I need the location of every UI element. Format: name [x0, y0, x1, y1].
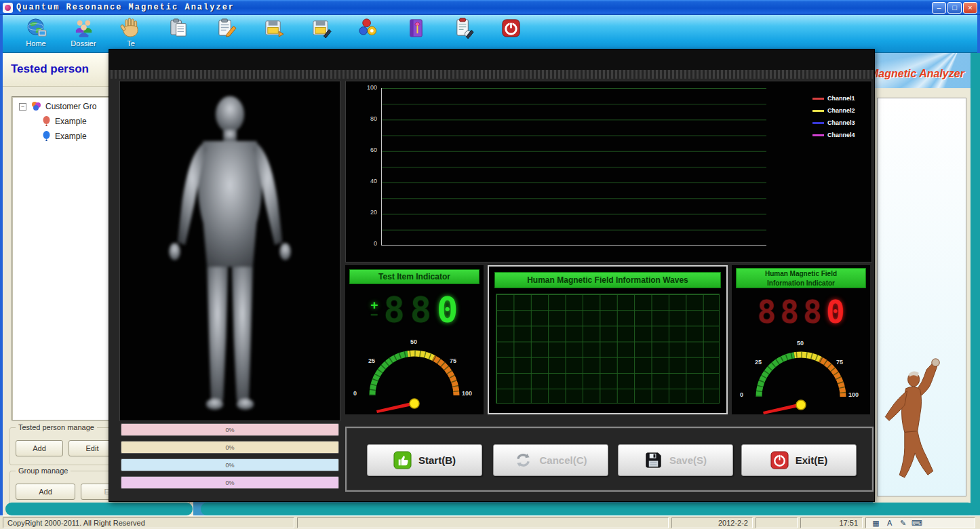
save-disk-pen-icon: [310, 18, 332, 39]
toolbar-item-edit[interactable]: [202, 18, 250, 52]
toolbar-item-report[interactable]: [439, 18, 487, 52]
channel4-swatch: [812, 134, 824, 136]
anatomy-figure: [879, 357, 952, 493]
balloon-cluster-icon: [31, 101, 41, 112]
save-button[interactable]: Save(S): [618, 444, 733, 476]
clipboard-edit-icon: [215, 18, 237, 39]
progress-value: 0%: [225, 479, 234, 486]
progress-value: 0%: [225, 462, 234, 469]
gauge-label: 50: [410, 338, 417, 345]
toolbar-item-copy[interactable]: [155, 18, 202, 52]
toolbar-label: Dossier: [60, 39, 107, 47]
toolbar-item-save[interactable]: [250, 18, 297, 52]
copyright-text: CopyRight 2000-2011. All Right Reserved: [3, 517, 294, 528]
page-title: Tested person: [11, 62, 89, 76]
toolbar-item-settings[interactable]: [345, 18, 392, 52]
report-pen-icon: [452, 18, 475, 39]
legend-item-channel2: Channel2: [812, 107, 855, 114]
xray-body-panel: [119, 81, 340, 421]
hmf-title-line1: Human Magnetic Field: [737, 269, 865, 279]
y-tick: 40: [350, 178, 377, 184]
close-button[interactable]: ×: [963, 2, 977, 14]
hmf-title-line2: Information Indicator: [737, 279, 865, 288]
title-bar: Quantum Resonance Magnetic Analyzer – □ …: [0, 0, 980, 15]
right-panel: [873, 88, 971, 503]
measurement-dialog: 100 80 60 40 20 0 Channel1 Channel2 Chan…: [109, 49, 875, 502]
sign-minus: −: [371, 310, 378, 319]
group-manage-label: Group manage: [16, 467, 71, 475]
dossier-people-icon: [73, 18, 95, 39]
tree-expand-icon[interactable]: −: [19, 103, 26, 111]
tree-item-label: Example: [55, 132, 87, 141]
chart-plot-area: [381, 88, 766, 246]
tree-root-label: Customer Gro: [45, 102, 96, 111]
person-manage-label: Tested person manage: [16, 423, 97, 431]
hmf-indicator-panel: Human Magnetic Field Information Indicat…: [732, 265, 870, 414]
toolbar-label: Home: [12, 39, 60, 47]
exit-button-label: Exit(E): [796, 454, 828, 466]
y-tick: 20: [350, 209, 377, 216]
seg-digit: 8: [383, 290, 404, 330]
exit-power-icon: [500, 18, 522, 39]
lang-pen-icon[interactable]: ✎: [897, 519, 909, 528]
help-book-icon: [405, 18, 427, 39]
progress-bar-3: 0%: [121, 458, 339, 471]
footer-bar-left: [5, 503, 193, 515]
test-gauge: 0 25 50 75 100: [347, 333, 482, 413]
group-add-button[interactable]: Add: [16, 484, 75, 500]
seg-digit: 0: [437, 290, 458, 330]
start-button[interactable]: Start(B): [367, 444, 482, 476]
y-tick: 0: [350, 240, 377, 247]
restore-button[interactable]: □: [947, 2, 962, 14]
toolbar-item-help[interactable]: [392, 18, 439, 52]
legend-item-channel3: Channel3: [812, 119, 855, 126]
toolbar-item-home[interactable]: Home: [12, 18, 60, 52]
minimize-button[interactable]: –: [932, 2, 946, 14]
status-date: 2012-2-2: [671, 517, 753, 528]
seg-digit: 8: [410, 290, 431, 330]
footer-bar-right: [201, 503, 974, 515]
waves-title: Human Magnetic Field Information Waves: [494, 272, 721, 288]
exit-button[interactable]: Exit(E): [741, 444, 857, 476]
right-inner-box: [877, 98, 966, 496]
seg-digit: 8: [758, 294, 777, 330]
test-indicator-panel: Test Item Indicator + − 8 8 0 0 25 50 75: [345, 265, 484, 414]
save-disk-icon: [262, 18, 285, 39]
legend-label: Channel1: [827, 95, 855, 102]
status-spacer2: [756, 517, 798, 528]
blue-balloon-icon: [42, 131, 51, 142]
legend-label: Channel3: [827, 119, 855, 126]
lang-grid-icon[interactable]: ▦: [870, 519, 882, 528]
channel3-swatch: [812, 122, 824, 124]
waves-grid: [496, 294, 720, 404]
app-icon: [3, 3, 13, 13]
progress-value: 0%: [225, 444, 234, 451]
gauge-label: 0: [353, 390, 357, 397]
toolbar-item-dossier[interactable]: Dossier: [60, 18, 107, 52]
toolbar-item-exit[interactable]: [487, 18, 534, 52]
toolbar-label: Te: [107, 39, 155, 47]
right-teal-strip: [971, 53, 980, 517]
channel1-swatch: [812, 98, 824, 100]
lang-a-icon[interactable]: A: [884, 519, 895, 527]
gauge-label: 75: [450, 357, 456, 364]
y-tick: 100: [350, 84, 377, 91]
gauge-label: 50: [797, 340, 804, 347]
toolbar-item-save-as[interactable]: [297, 18, 345, 52]
lang-keyboard-icon[interactable]: ⌨: [911, 519, 922, 528]
hmf-gauge: 0 25 50 75 100: [733, 334, 869, 414]
toolbar-item-test[interactable]: Te: [107, 18, 155, 52]
person-add-button[interactable]: Add: [16, 440, 63, 456]
gauge-label: 25: [368, 357, 375, 364]
toolbar: Home Dossier Te: [0, 15, 980, 53]
legend-item-channel1: Channel1: [812, 95, 855, 102]
seg-digit: 8: [780, 294, 799, 330]
window-title: Quantum Resonance Magnetic Analyzer: [16, 3, 235, 12]
seg-digit: 0: [826, 294, 845, 330]
cancel-button[interactable]: Cancel(C): [493, 444, 608, 476]
language-bar: ▦ A ✎ ⌨: [865, 517, 975, 528]
floppy-icon: [644, 451, 663, 469]
dialog-titlebar: [109, 50, 874, 70]
gauge-label: 25: [755, 359, 762, 366]
tree-item-label: Example: [55, 117, 87, 126]
